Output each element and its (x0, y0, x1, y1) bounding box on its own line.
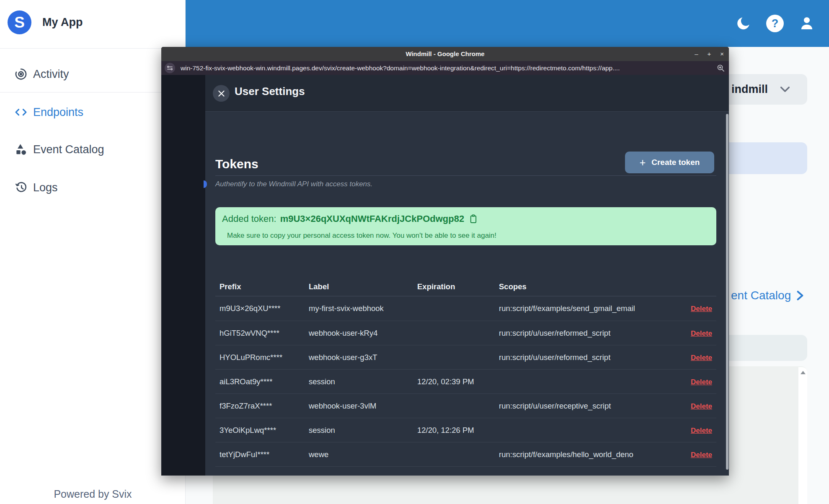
token-label: External Tool Token (309, 474, 417, 476)
tokens-heading: Tokens (215, 157, 258, 171)
help-icon[interactable]: ? (766, 15, 784, 32)
table-row: hGiT52wVNQ**** webhook-user-kRy4 run:scr… (215, 321, 716, 345)
token-prefix: HYOLuPRomc**** (220, 353, 309, 362)
token-prefix: m9U3×26qXU**** (220, 304, 309, 313)
banner-warning-text: Make sure to copy your personal access t… (227, 231, 496, 240)
delete-token-link[interactable]: Delete (691, 329, 712, 337)
chevron-down-icon (780, 86, 790, 93)
user-account-icon[interactable] (798, 15, 816, 32)
panel-scrollbar[interactable] (798, 367, 807, 504)
token-prefix: tetYjDwFuI**** (220, 450, 309, 459)
added-token-banner: Added token: m9U3×26qXUXqNWtFAKrdjJCkPOd… (215, 207, 716, 245)
token-prefix: f3FzoZ7raX**** (220, 401, 309, 411)
scroll-up-arrow-icon (801, 371, 806, 374)
sidebar-item-event-catalog[interactable]: Event Catalog (0, 137, 186, 162)
token-label: wewe (309, 450, 417, 459)
token-prefix: 3YeOiKpLwq**** (220, 426, 309, 435)
token-label: webhook-user-kRy4 (309, 329, 417, 338)
event-catalog-link[interactable]: ent Catalog (731, 289, 803, 302)
added-token-label: Added token: (222, 213, 276, 224)
delete-token-link[interactable]: Delete (691, 354, 712, 362)
token-expiration: 12/20, 02:39 PM (417, 377, 499, 386)
table-row: f3FzoZ7raX**** webhook-user-3vlM run:scr… (215, 393, 716, 418)
url-text[interactable]: win-752-fix-svix-webhook-win.windmill.pa… (181, 64, 710, 72)
table-row: HYOLuPRomc**** webhook-user-g3xT run:scr… (215, 345, 716, 369)
plus-icon: + (640, 157, 646, 168)
event-catalog-link-label: ent Catalog (731, 289, 791, 302)
token-prefix: hGiT52wVNQ**** (220, 329, 309, 338)
sidebar-item-activity[interactable]: Activity (0, 62, 186, 87)
sidebar-item-label: Event Catalog (33, 143, 104, 156)
token-label: session (309, 426, 417, 435)
copy-clipboard-icon[interactable] (470, 214, 477, 224)
activity-icon (14, 67, 28, 81)
chrome-titlebar[interactable]: Windmill - Google Chrome – + × (161, 47, 729, 61)
sidebar-item-label: Logs (33, 181, 58, 194)
table-row: tetYjDwFuI**** wewe run:script/f/example… (215, 442, 716, 466)
endpoints-icon (14, 105, 28, 119)
dark-mode-moon-icon[interactable] (735, 15, 752, 32)
token-scopes: run:script/u/user/receptive_script (499, 401, 674, 411)
app-title: My App (42, 16, 83, 29)
sidebar-item-endpoints[interactable]: Endpoints (0, 100, 186, 125)
token-scopes: run:script/f/examples/hello_world_deno (499, 450, 674, 459)
token-value: m9U3×26qXUXqNWtFAKrdjJCkPOdwgp82 (280, 213, 464, 224)
token-label: session (309, 377, 417, 386)
delete-token-link[interactable]: Delete (691, 402, 712, 410)
col-header-expiration: Expiration (417, 282, 499, 291)
table-row: m9U3×26qXU**** my-first-svix-webhook run… (215, 296, 716, 321)
delete-token-link[interactable]: Delete (691, 378, 712, 386)
powered-by-svix: Powered by Svix (0, 488, 186, 500)
close-icon (218, 90, 225, 97)
chevron-right-icon (797, 291, 803, 301)
windmill-page: User Settings Tokens Authentify to the W… (161, 75, 729, 476)
app-topbar: ? (186, 0, 829, 47)
token-table-header: Prefix Label Expiration Scopes (215, 277, 716, 296)
screen: ? indmill ent Catalog S My App (0, 0, 829, 504)
token-label: webhook-user-3vlM (309, 401, 417, 411)
divider (215, 175, 716, 176)
delete-token-link[interactable]: Delete (691, 427, 712, 435)
site-settings-icon[interactable] (165, 63, 175, 73)
token-prefix: aiL3ROat9y**** (220, 377, 309, 386)
modal-title: User Settings (235, 85, 305, 98)
logs-icon (14, 181, 28, 194)
token-scopes: run:script/u/user/reformed_script (499, 353, 674, 362)
token-prefix: uLdBztSPA8**** (220, 474, 309, 476)
create-token-label: Create token (651, 158, 700, 167)
close-window-button[interactable]: × (720, 47, 724, 61)
minimize-button[interactable]: – (695, 47, 698, 61)
modal-scrollbar[interactable] (726, 114, 728, 470)
col-header-scopes: Scopes (499, 282, 674, 291)
user-settings-header: User Settings (205, 75, 729, 112)
sidebar-item-logs[interactable]: Logs (0, 175, 186, 200)
page-dark-gutter (161, 75, 205, 476)
divider (0, 48, 186, 49)
sidebar-item-label: Activity (33, 68, 69, 81)
delete-token-link[interactable]: Delete (691, 475, 712, 476)
divider (0, 92, 186, 93)
sidebar-item-label: Endpoints (33, 106, 83, 119)
create-token-button[interactable]: + Create token (625, 152, 714, 173)
delete-token-link[interactable]: Delete (691, 451, 712, 459)
close-modal-button[interactable] (213, 85, 230, 102)
col-header-prefix: Prefix (220, 282, 309, 291)
event-catalog-icon (14, 143, 28, 156)
table-row: uLdBztSPA8**** External Tool Token Delet… (215, 466, 716, 476)
zoom-search-icon[interactable] (717, 64, 725, 74)
token-expiration: 12/20, 12:26 PM (417, 426, 499, 435)
window-title: Windmill - Google Chrome (161, 47, 729, 61)
token-scopes: run:script/u/user/reformed_script (499, 329, 674, 338)
token-table-body: m9U3×26qXU**** my-first-svix-webhook run… (215, 296, 716, 476)
token-label: webhook-user-g3xT (309, 353, 417, 362)
background-button-sliver (204, 180, 207, 188)
delete-token-link[interactable]: Delete (691, 305, 712, 313)
table-row: 3YeOiKpLwq**** session 12/20, 12:26 PM D… (215, 418, 716, 442)
token-label: my-first-svix-webhook (309, 304, 417, 313)
chrome-urlbar[interactable]: win-752-fix-svix-webhook-win.windmill.pa… (161, 61, 729, 75)
table-row: aiL3ROat9y**** session 12/20, 02:39 PM D… (215, 369, 716, 393)
col-header-label: Label (309, 282, 417, 291)
maximize-button[interactable]: + (707, 47, 711, 61)
token-scopes: run:script/f/examples/send_gmail_email (499, 304, 674, 313)
app-sidebar: S My App Activity Endpoints (0, 0, 186, 504)
